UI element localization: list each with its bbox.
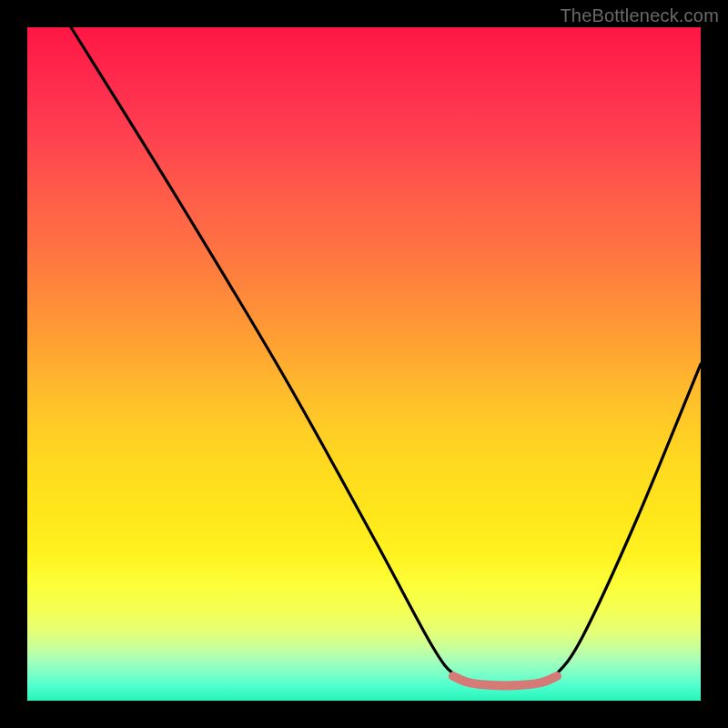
bottleneck-curve (71, 27, 701, 684)
valley-marker (453, 676, 557, 685)
chart-svg (27, 27, 701, 701)
chart-frame: TheBottleneck.com (0, 0, 728, 728)
attribution-text: TheBottleneck.com (560, 5, 719, 26)
plot-area (27, 27, 701, 701)
